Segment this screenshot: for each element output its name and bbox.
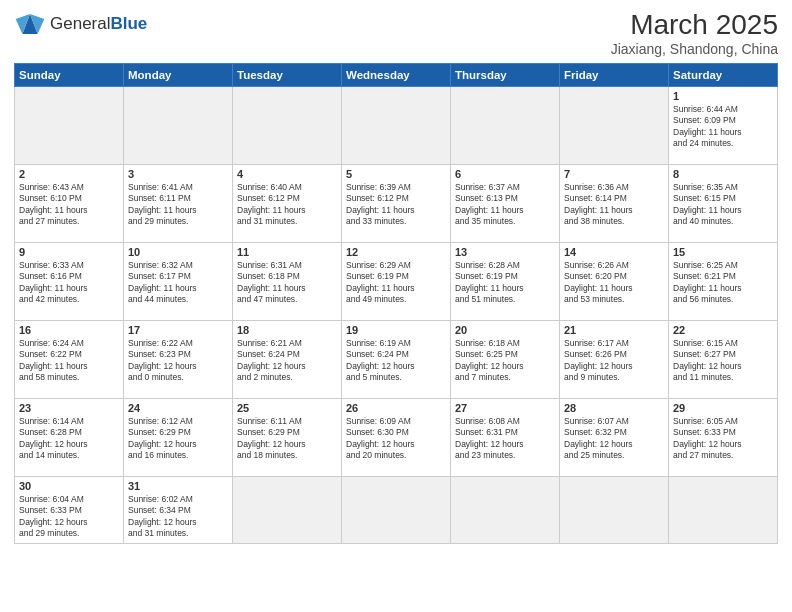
title-block: March 2025 Jiaxiang, Shandong, China (611, 10, 778, 57)
calendar-cell (342, 476, 451, 543)
day-number: 10 (128, 246, 228, 258)
day-info: Sunrise: 6:43 AM Sunset: 6:10 PM Dayligh… (19, 182, 119, 228)
calendar-cell: 31Sunrise: 6:02 AM Sunset: 6:34 PM Dayli… (124, 476, 233, 543)
calendar-cell (342, 86, 451, 164)
calendar-cell (669, 476, 778, 543)
calendar-cell: 20Sunrise: 6:18 AM Sunset: 6:25 PM Dayli… (451, 320, 560, 398)
calendar-cell: 6Sunrise: 6:37 AM Sunset: 6:13 PM Daylig… (451, 164, 560, 242)
day-number: 8 (673, 168, 773, 180)
weekday-header-sunday: Sunday (15, 63, 124, 86)
day-number: 31 (128, 480, 228, 492)
day-info: Sunrise: 6:05 AM Sunset: 6:33 PM Dayligh… (673, 416, 773, 462)
calendar-cell (124, 86, 233, 164)
calendar-week-row: 9Sunrise: 6:33 AM Sunset: 6:16 PM Daylig… (15, 242, 778, 320)
calendar-cell (233, 86, 342, 164)
day-info: Sunrise: 6:26 AM Sunset: 6:20 PM Dayligh… (564, 260, 664, 306)
day-info: Sunrise: 6:18 AM Sunset: 6:25 PM Dayligh… (455, 338, 555, 384)
calendar-week-row: 1Sunrise: 6:44 AM Sunset: 6:09 PM Daylig… (15, 86, 778, 164)
calendar-cell: 3Sunrise: 6:41 AM Sunset: 6:11 PM Daylig… (124, 164, 233, 242)
header: GeneralBlue March 2025 Jiaxiang, Shandon… (14, 10, 778, 57)
day-number: 14 (564, 246, 664, 258)
calendar-table: SundayMondayTuesdayWednesdayThursdayFrid… (14, 63, 778, 544)
day-number: 4 (237, 168, 337, 180)
day-info: Sunrise: 6:28 AM Sunset: 6:19 PM Dayligh… (455, 260, 555, 306)
day-info: Sunrise: 6:37 AM Sunset: 6:13 PM Dayligh… (455, 182, 555, 228)
day-number: 11 (237, 246, 337, 258)
day-info: Sunrise: 6:44 AM Sunset: 6:09 PM Dayligh… (673, 104, 773, 150)
day-number: 7 (564, 168, 664, 180)
day-info: Sunrise: 6:04 AM Sunset: 6:33 PM Dayligh… (19, 494, 119, 540)
day-number: 15 (673, 246, 773, 258)
calendar-cell: 16Sunrise: 6:24 AM Sunset: 6:22 PM Dayli… (15, 320, 124, 398)
day-number: 27 (455, 402, 555, 414)
day-info: Sunrise: 6:24 AM Sunset: 6:22 PM Dayligh… (19, 338, 119, 384)
calendar-cell: 5Sunrise: 6:39 AM Sunset: 6:12 PM Daylig… (342, 164, 451, 242)
calendar-cell: 24Sunrise: 6:12 AM Sunset: 6:29 PM Dayli… (124, 398, 233, 476)
day-number: 12 (346, 246, 446, 258)
day-info: Sunrise: 6:40 AM Sunset: 6:12 PM Dayligh… (237, 182, 337, 228)
day-number: 20 (455, 324, 555, 336)
weekday-header-monday: Monday (124, 63, 233, 86)
calendar-cell (451, 86, 560, 164)
calendar-cell: 8Sunrise: 6:35 AM Sunset: 6:15 PM Daylig… (669, 164, 778, 242)
day-number: 16 (19, 324, 119, 336)
calendar-cell (233, 476, 342, 543)
weekday-header-saturday: Saturday (669, 63, 778, 86)
day-info: Sunrise: 6:33 AM Sunset: 6:16 PM Dayligh… (19, 260, 119, 306)
page: GeneralBlue March 2025 Jiaxiang, Shandon… (0, 0, 792, 612)
calendar-cell: 4Sunrise: 6:40 AM Sunset: 6:12 PM Daylig… (233, 164, 342, 242)
day-info: Sunrise: 6:14 AM Sunset: 6:28 PM Dayligh… (19, 416, 119, 462)
day-info: Sunrise: 6:36 AM Sunset: 6:14 PM Dayligh… (564, 182, 664, 228)
weekday-header-row: SundayMondayTuesdayWednesdayThursdayFrid… (15, 63, 778, 86)
day-info: Sunrise: 6:25 AM Sunset: 6:21 PM Dayligh… (673, 260, 773, 306)
day-number: 24 (128, 402, 228, 414)
day-number: 21 (564, 324, 664, 336)
calendar-cell: 2Sunrise: 6:43 AM Sunset: 6:10 PM Daylig… (15, 164, 124, 242)
day-info: Sunrise: 6:35 AM Sunset: 6:15 PM Dayligh… (673, 182, 773, 228)
calendar-cell: 25Sunrise: 6:11 AM Sunset: 6:29 PM Dayli… (233, 398, 342, 476)
location: Jiaxiang, Shandong, China (611, 41, 778, 57)
weekday-header-wednesday: Wednesday (342, 63, 451, 86)
calendar-cell: 29Sunrise: 6:05 AM Sunset: 6:33 PM Dayli… (669, 398, 778, 476)
calendar-week-row: 30Sunrise: 6:04 AM Sunset: 6:33 PM Dayli… (15, 476, 778, 543)
day-info: Sunrise: 6:22 AM Sunset: 6:23 PM Dayligh… (128, 338, 228, 384)
calendar-cell: 14Sunrise: 6:26 AM Sunset: 6:20 PM Dayli… (560, 242, 669, 320)
month-year: March 2025 (611, 10, 778, 41)
day-number: 25 (237, 402, 337, 414)
day-number: 28 (564, 402, 664, 414)
day-number: 19 (346, 324, 446, 336)
weekday-header-friday: Friday (560, 63, 669, 86)
calendar-cell (560, 86, 669, 164)
day-number: 5 (346, 168, 446, 180)
calendar-cell: 21Sunrise: 6:17 AM Sunset: 6:26 PM Dayli… (560, 320, 669, 398)
day-number: 29 (673, 402, 773, 414)
calendar-week-row: 2Sunrise: 6:43 AM Sunset: 6:10 PM Daylig… (15, 164, 778, 242)
day-number: 17 (128, 324, 228, 336)
calendar-cell: 27Sunrise: 6:08 AM Sunset: 6:31 PM Dayli… (451, 398, 560, 476)
day-info: Sunrise: 6:12 AM Sunset: 6:29 PM Dayligh… (128, 416, 228, 462)
weekday-header-tuesday: Tuesday (233, 63, 342, 86)
day-info: Sunrise: 6:31 AM Sunset: 6:18 PM Dayligh… (237, 260, 337, 306)
logo-icon (14, 10, 46, 38)
calendar-cell: 26Sunrise: 6:09 AM Sunset: 6:30 PM Dayli… (342, 398, 451, 476)
day-info: Sunrise: 6:15 AM Sunset: 6:27 PM Dayligh… (673, 338, 773, 384)
day-number: 6 (455, 168, 555, 180)
day-number: 18 (237, 324, 337, 336)
day-number: 23 (19, 402, 119, 414)
calendar-cell: 22Sunrise: 6:15 AM Sunset: 6:27 PM Dayli… (669, 320, 778, 398)
calendar-cell: 18Sunrise: 6:21 AM Sunset: 6:24 PM Dayli… (233, 320, 342, 398)
day-number: 22 (673, 324, 773, 336)
calendar-cell: 28Sunrise: 6:07 AM Sunset: 6:32 PM Dayli… (560, 398, 669, 476)
calendar-cell: 30Sunrise: 6:04 AM Sunset: 6:33 PM Dayli… (15, 476, 124, 543)
calendar-cell: 15Sunrise: 6:25 AM Sunset: 6:21 PM Dayli… (669, 242, 778, 320)
calendar-cell (451, 476, 560, 543)
day-info: Sunrise: 6:11 AM Sunset: 6:29 PM Dayligh… (237, 416, 337, 462)
day-number: 9 (19, 246, 119, 258)
calendar-cell (15, 86, 124, 164)
day-info: Sunrise: 6:19 AM Sunset: 6:24 PM Dayligh… (346, 338, 446, 384)
day-info: Sunrise: 6:08 AM Sunset: 6:31 PM Dayligh… (455, 416, 555, 462)
day-info: Sunrise: 6:21 AM Sunset: 6:24 PM Dayligh… (237, 338, 337, 384)
calendar-cell: 9Sunrise: 6:33 AM Sunset: 6:16 PM Daylig… (15, 242, 124, 320)
day-number: 2 (19, 168, 119, 180)
calendar-cell: 1Sunrise: 6:44 AM Sunset: 6:09 PM Daylig… (669, 86, 778, 164)
